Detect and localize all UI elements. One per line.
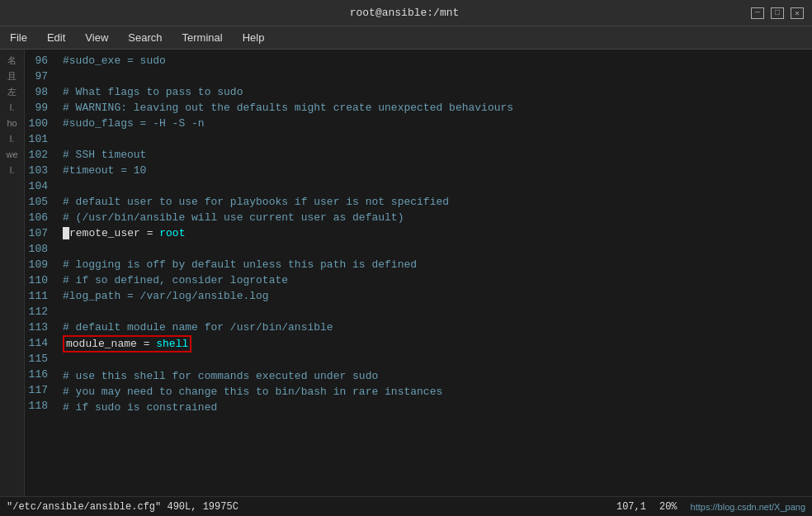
code-line: # default user to use for playbooks if u… [63,194,805,210]
menu-item-terminal[interactable]: Terminal [179,30,226,45]
line-number: 117 [26,382,53,398]
line-number: 113 [26,320,53,335]
menu-bar: FileEditViewSearchTerminalHelp [0,26,812,50]
code-line: # if so defined, consider logrotate [63,272,805,288]
left-sidebar: 名且左I.hoI.weI. [0,50,25,496]
window-title: root@ansible:/mnt [58,7,751,19]
line-number: 105 [26,194,53,210]
line-number: 108 [26,241,53,257]
line-number: 116 [26,367,53,382]
code-line: # default module name for /usr/bin/ansib… [63,320,805,335]
menu-item-search[interactable]: Search [125,30,165,45]
line-number: 100 [26,116,53,131]
line-numbers: 9697989910010110210310410510610710810911… [25,50,56,496]
menu-item-help[interactable]: Help [239,30,268,45]
line-number: 110 [26,272,53,288]
highlighted-line-box: module_name = shell [63,335,191,353]
sidebar-char: we [6,147,17,163]
code-line: #log_path = /var/log/ansible.log [63,288,805,304]
code-line: # you may need to change this to bin/bas… [63,384,805,400]
sidebar-char: ho [7,116,17,131]
code-line: #timeout = 10 [63,163,805,178]
code-line [63,353,805,368]
code-line [63,178,805,194]
line-number: 103 [26,163,53,178]
code-line: # logging is off by default unless this … [63,257,805,272]
sidebar-char: I. [9,131,14,147]
line-number: 99 [26,100,53,116]
status-right: 107,1 20% https://blog.csdn.net/X_pang [616,501,805,513]
code-line: # SSH timeout [63,147,805,163]
cursor [63,227,69,239]
maximize-button[interactable]: □ [771,7,784,19]
line-number: 112 [26,304,53,320]
url-bar: https://blog.csdn.net/X_pang [691,502,805,512]
line-number: 118 [26,398,53,414]
sidebar-char: I. [9,163,14,178]
code-line: # WARNING: leaving out the defaults migh… [63,100,805,116]
code-line: # if sudo is constrained [63,400,805,415]
menu-item-edit[interactable]: Edit [44,30,68,45]
cursor-position: 107,1 [616,501,646,513]
line-number: 97 [26,69,53,84]
line-number: 107 [26,225,53,241]
status-bar: "/etc/ansible/ansible.cfg" 490L, 19975C … [0,496,812,516]
code-line: module_name = shell [63,335,805,353]
code-line: # What flags to pass to sudo [63,84,805,100]
code-line: remote_user = root [63,225,805,241]
close-button[interactable]: ✕ [791,7,804,19]
line-number: 106 [26,210,53,225]
sidebar-char: 名 [7,53,17,69]
code-line [63,241,805,257]
sidebar-char: 左 [7,84,17,100]
code-line: # (/usr/bin/ansible will use current use… [63,210,805,225]
menu-item-view[interactable]: View [82,30,111,45]
sidebar-char: 且 [7,69,17,84]
line-number: 111 [26,288,53,304]
sidebar-char: I. [9,100,14,116]
line-number: 96 [26,53,53,69]
code-line [63,69,805,84]
line-number: 102 [26,147,53,163]
code-line [63,131,805,147]
line-number: 109 [26,257,53,272]
code-line: #sudo_exe = sudo [63,53,805,69]
scroll-percent: 20% [659,501,677,513]
line-number: 101 [26,131,53,147]
line-number: 98 [26,84,53,100]
editor: 名且左I.hoI.weI. 96979899100101102103104105… [0,50,812,496]
code-line: # use this shell for commands executed u… [63,368,805,384]
line-number: 114 [26,335,53,351]
code-line: #sudo_flags = -H -S -n [63,116,805,131]
line-number: 115 [26,351,53,367]
code-content[interactable]: #sudo_exe = sudo # What flags to pass to… [56,50,812,496]
window-controls[interactable]: ─ □ ✕ [751,7,804,19]
minimize-button[interactable]: ─ [751,7,764,19]
title-bar: root@ansible:/mnt ─ □ ✕ [0,0,812,26]
menu-item-file[interactable]: File [7,30,31,45]
code-line [63,304,805,320]
status-file: "/etc/ansible/ansible.cfg" 490L, 19975C [7,501,238,513]
line-number: 104 [26,178,53,194]
